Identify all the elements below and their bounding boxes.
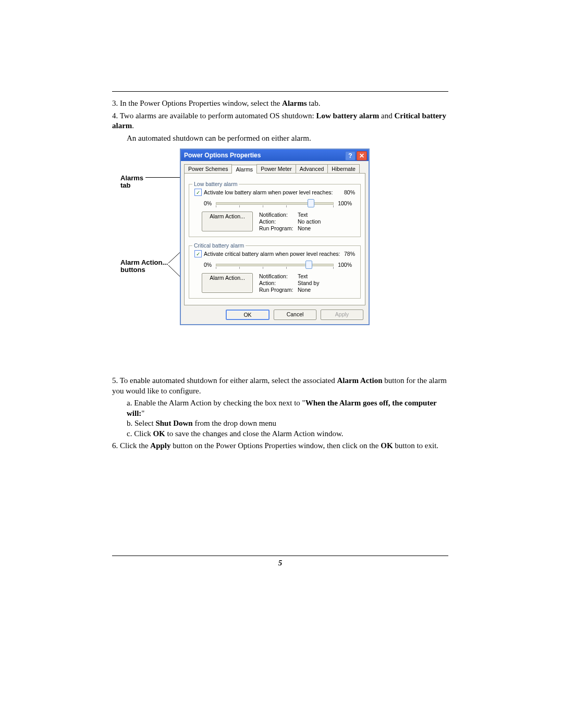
text: 6. Click the bbox=[112, 441, 150, 450]
notif-val: Text bbox=[298, 212, 334, 218]
tab-hibernate[interactable]: Hibernate bbox=[327, 164, 360, 173]
text-bold: Low battery alarm bbox=[316, 112, 380, 120]
text-bold: Alarm Action bbox=[337, 376, 382, 385]
titlebar-buttons: ? ✕ bbox=[344, 151, 367, 161]
low-slider[interactable] bbox=[216, 199, 334, 207]
slider-min: 0% bbox=[204, 262, 212, 268]
ok-button[interactable]: OK bbox=[226, 310, 270, 320]
slider-min: 0% bbox=[204, 200, 212, 206]
run-val: None bbox=[298, 225, 334, 231]
action-val: No action bbox=[298, 218, 334, 225]
crit-percent-value: 78% bbox=[344, 251, 355, 257]
text-bold: OK bbox=[153, 429, 165, 438]
titlebar[interactable]: Power Options Properties ? ✕ bbox=[181, 150, 369, 161]
tab-advanced[interactable]: Advanced bbox=[296, 164, 328, 173]
callout-line1: Alarms bbox=[120, 174, 143, 182]
text-bold: Shut Down bbox=[155, 419, 192, 427]
callout-alarms-tab: Alarms tab bbox=[120, 175, 143, 189]
header-rule bbox=[112, 91, 448, 92]
critical-battery-group: Critical battery alarm ✓ Activate critic… bbox=[189, 245, 361, 299]
step-5b: b. Select Shut Down from the drop down m… bbox=[127, 418, 448, 429]
step-5c: c. Click OK to save the changes and clos… bbox=[127, 429, 448, 439]
step-6: 6. Click the Apply button on the Power O… bbox=[112, 441, 448, 451]
callout-line2: tab bbox=[120, 181, 131, 189]
text: 3. In the Power Options Properties windo… bbox=[112, 99, 282, 107]
low-slider-row: 0% 100% bbox=[204, 199, 352, 207]
crit-activate-row: ✓ Activate critical battery alarm when p… bbox=[194, 250, 355, 257]
tab-strip: Power Schemes Alarms Power Meter Advance… bbox=[181, 161, 369, 173]
action-key: Action: bbox=[259, 218, 298, 225]
slider-max: 100% bbox=[338, 262, 352, 268]
slider-thumb[interactable] bbox=[305, 261, 312, 269]
slider-thumb[interactable] bbox=[308, 199, 314, 207]
low-activate-row: ✓ Activate low battery alarm when power … bbox=[194, 189, 355, 196]
crit-slider[interactable] bbox=[216, 261, 334, 269]
crit-alarm-action-button[interactable]: Alarm Action... bbox=[202, 273, 253, 293]
crit-activate-label: Activate critical battery alarm when pow… bbox=[204, 251, 340, 257]
text: " bbox=[141, 409, 144, 417]
crit-action-row: Alarm Action... Notification: Text Actio… bbox=[202, 273, 355, 293]
critical-battery-legend: Critical battery alarm bbox=[192, 242, 246, 249]
crit-info: Notification: Text Action: Stand by Run … bbox=[259, 273, 334, 293]
text: c. Click bbox=[127, 429, 153, 438]
callout-line1: Alarm Action... bbox=[120, 258, 168, 266]
notif-key: Notification: bbox=[259, 273, 298, 279]
run-key: Run Program: bbox=[259, 287, 298, 293]
step-3: 3. In the Power Options Properties windo… bbox=[112, 98, 448, 109]
text: button on the Power Options Properties w… bbox=[171, 441, 381, 450]
slider-max: 100% bbox=[338, 200, 352, 206]
slider-ticks bbox=[216, 205, 334, 208]
crit-slider-row: 0% 100% bbox=[204, 261, 352, 269]
text: a. Enable the Alarm Action by checking t… bbox=[127, 399, 305, 407]
text: tab. bbox=[307, 99, 321, 107]
document-page: 3. In the Power Options Properties windo… bbox=[0, 0, 563, 728]
low-info: Notification: Text Action: No action Run… bbox=[259, 212, 334, 231]
callout-line2: buttons bbox=[120, 266, 145, 274]
action-val: Stand by bbox=[298, 280, 334, 286]
low-alarm-action-button[interactable]: Alarm Action... bbox=[202, 212, 253, 231]
power-options-dialog: Power Options Properties ? ✕ Power Schem… bbox=[180, 149, 370, 325]
text: from the drop down menu bbox=[193, 419, 276, 427]
tab-power-meter[interactable]: Power Meter bbox=[256, 164, 296, 173]
text-bold: OK bbox=[381, 441, 393, 450]
low-percent-value: 80% bbox=[344, 189, 355, 195]
slider-track bbox=[216, 264, 334, 266]
low-activate-checkbox[interactable]: ✓ bbox=[194, 189, 202, 196]
close-button[interactable]: ✕ bbox=[357, 151, 367, 161]
text: to save the changes and close the Alarm … bbox=[165, 429, 344, 438]
run-key: Run Program: bbox=[259, 225, 298, 231]
slider-ticks bbox=[216, 267, 334, 270]
tab-alarms[interactable]: Alarms bbox=[231, 165, 257, 174]
help-button[interactable]: ? bbox=[345, 151, 356, 161]
text: An automated shutdown can be performed o… bbox=[127, 134, 311, 142]
crit-activate-checkbox[interactable]: ✓ bbox=[194, 250, 202, 257]
notif-key: Notification: bbox=[259, 212, 298, 218]
low-battery-legend: Low battery alarm bbox=[192, 181, 239, 187]
window-title: Power Options Properties bbox=[184, 152, 261, 159]
notif-val: Text bbox=[298, 273, 334, 279]
slider-track bbox=[216, 202, 334, 205]
figure: Alarms tab Alarm Action... buttons Power… bbox=[112, 149, 448, 367]
text: b. Select bbox=[127, 419, 155, 427]
text-bold: Alarms bbox=[282, 99, 307, 107]
alarms-tab-pane: Low battery alarm ✓ Activate low battery… bbox=[184, 173, 365, 305]
callout-alarm-action: Alarm Action... buttons bbox=[120, 259, 168, 274]
text: and bbox=[379, 112, 394, 120]
text: 4. Two alarms are available to perform a… bbox=[112, 112, 316, 120]
apply-button[interactable]: Apply bbox=[321, 310, 363, 320]
run-val: None bbox=[298, 287, 334, 293]
text-bold: Apply bbox=[150, 441, 170, 450]
step-4: 4. Two alarms are available to perform a… bbox=[112, 111, 448, 131]
low-activate-label: Activate low battery alarm when power le… bbox=[204, 189, 333, 195]
page-number: 5 bbox=[112, 559, 448, 567]
low-action-row: Alarm Action... Notification: Text Actio… bbox=[202, 212, 355, 231]
step-4-cont: An automated shutdown can be performed o… bbox=[127, 133, 448, 144]
step-5: 5. To enable automated shutdown for eith… bbox=[112, 376, 448, 396]
dialog-footer: OK Cancel Apply bbox=[181, 305, 369, 324]
cancel-button[interactable]: Cancel bbox=[274, 310, 316, 320]
footer-rule bbox=[112, 556, 448, 556]
text: button to exit. bbox=[393, 441, 439, 450]
tab-power-schemes[interactable]: Power Schemes bbox=[184, 164, 232, 173]
low-battery-group: Low battery alarm ✓ Activate low battery… bbox=[189, 184, 361, 237]
body-text: 3. In the Power Options Properties windo… bbox=[112, 96, 448, 453]
